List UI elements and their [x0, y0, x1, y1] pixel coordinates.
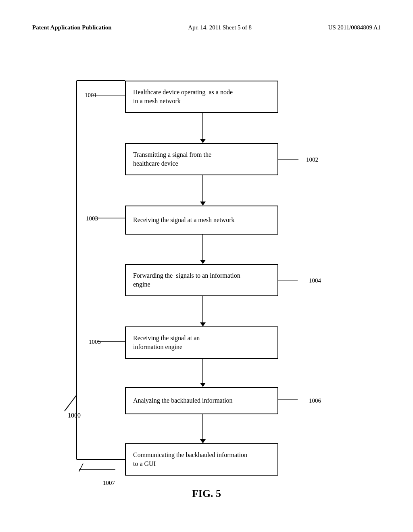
box-1005-text: Receiving the signal at aninformation en…	[133, 334, 200, 352]
page-header: Patent Application Publication Apr. 14, …	[0, 24, 413, 31]
arrow-2	[200, 175, 206, 206]
box-1002-text: Transmitting a signal from thehealthcare…	[133, 150, 211, 168]
box-1004: Forwarding the signals to an information…	[125, 264, 278, 296]
label-line-1004	[278, 280, 302, 281]
flowchart-diagram: Healthcare device operating as a nodein …	[32, 56, 381, 468]
box-1004-text: Forwarding the signals to an information…	[133, 271, 240, 289]
svg-line-9	[65, 395, 77, 411]
box-1003-text: Receiving the signal at a mesh network	[133, 216, 234, 224]
arrow-1	[200, 113, 206, 143]
figure-caption: FIG. 5	[0, 488, 413, 500]
box-1001-text: Healthcare device operating as a nodein …	[133, 88, 233, 106]
box-1001: Healthcare device operating as a nodein …	[125, 81, 278, 113]
arrow-6	[200, 414, 206, 443]
label-line-1006	[278, 399, 300, 400]
arrow-4	[200, 296, 206, 326]
box-1007: Communicating the backhauled information…	[125, 443, 278, 476]
box-1005: Receiving the signal at aninformation en…	[125, 326, 278, 359]
label-line-1007	[79, 463, 125, 476]
label-1006: 1006	[309, 397, 321, 404]
publication-label: Patent Application Publication	[32, 24, 112, 31]
box-1002: Transmitting a signal from thehealthcare…	[125, 143, 278, 175]
label-1000: 1000	[68, 412, 81, 419]
label-line-1002	[278, 159, 305, 160]
label-1002: 1002	[306, 156, 318, 163]
box-1006-text: Analyzing the backhauled information	[133, 396, 233, 405]
patent-number-label: US 2011/0084809 A1	[328, 24, 381, 31]
arrow-5	[200, 359, 206, 387]
box-1007-text: Communicating the backhauled information…	[133, 451, 247, 469]
label-1007: 1007	[103, 480, 115, 486]
box-1003: Receiving the signal at a mesh network	[125, 206, 278, 235]
label-1004: 1004	[309, 277, 321, 284]
svg-line-11	[79, 463, 83, 472]
box-1006: Analyzing the backhauled information	[125, 387, 278, 414]
date-sheet-label: Apr. 14, 2011 Sheet 5 of 8	[188, 24, 252, 31]
arrow-3	[200, 235, 206, 264]
figure-caption-text: FIG. 5	[192, 488, 221, 499]
